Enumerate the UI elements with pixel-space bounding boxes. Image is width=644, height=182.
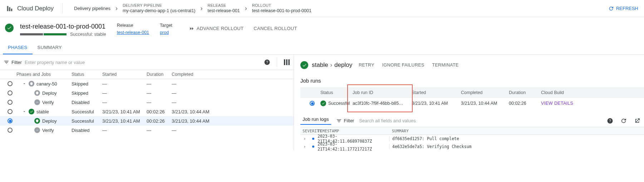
svg-rect-3 (286, 59, 287, 65)
progress-segment-success (44, 33, 67, 35)
row-status: Successful (72, 118, 102, 124)
status-success-icon (320, 100, 326, 106)
breadcrumb-root[interactable]: Delivery pipelines (69, 6, 115, 11)
expand-icon[interactable]: › (300, 136, 309, 141)
job-run-row[interactable]: Successful ac3f10fc-7f9f-46bb-b85… 3/21/… (300, 98, 644, 109)
chevron-right-icon: › (330, 62, 332, 69)
target-meta: Target prod (160, 23, 172, 35)
col-duration: Duration (147, 72, 172, 77)
job-row[interactable]: VerifyDisabled——— (0, 126, 294, 135)
logs-toolbar: Job run logs Filter ? (300, 117, 644, 125)
job-run-completed: 3/21/23, 10:44 AM (461, 101, 509, 106)
row-name: stable (36, 109, 49, 114)
breadcrumb-release[interactable]: RELEASE test-release-001 (203, 3, 245, 14)
breadcrumb-label: ROLLOUT (252, 3, 311, 8)
phases-filter-bar: Filter ? (0, 55, 294, 70)
filter-label: Filter (11, 60, 22, 65)
release-link[interactable]: test-release-001 (117, 30, 149, 35)
job-row[interactable]: DeploySuccessful3/21/23, 10:41 AM00:02:2… (0, 116, 294, 126)
row-duration: 00:02:26 (147, 118, 172, 124)
breadcrumb-pipeline[interactable]: DELIVERY PIPELINE my-canary-demo-app-1 (… (118, 3, 201, 14)
release-meta: Release test-release-001 (117, 23, 149, 35)
ignore-failures-button[interactable]: IGNORE FAILURES (382, 63, 424, 68)
cancel-rollout-button[interactable]: CANCEL ROLLOUT (254, 26, 297, 31)
phases-filter-input[interactable] (25, 60, 261, 65)
phase-row[interactable]: canary-50Skipped——— (0, 79, 294, 88)
help-icon[interactable]: ? (607, 118, 613, 124)
rollout-title: test-release-001-to-prod-0001 (20, 23, 106, 30)
job-row[interactable]: VerifyDisabled——— (0, 98, 294, 107)
col-status: Status (72, 72, 102, 77)
row-radio[interactable] (8, 128, 13, 133)
breadcrumb-value: my-canary-demo-app-1 (us-central1) (123, 8, 196, 14)
row-status: Disabled (72, 128, 102, 133)
row-completed: — (172, 90, 290, 96)
row-completed: — (172, 128, 290, 133)
job-runs-heading: Job runs (300, 78, 644, 84)
columns-icon[interactable] (284, 59, 290, 65)
job-path-title: stable › deploy (312, 62, 352, 69)
breadcrumb-label: RELEASE (208, 3, 240, 8)
row-status: Skipped (72, 90, 102, 96)
row-completed: 3/21/23, 10:44 AM (172, 118, 290, 124)
phase-name: stable (312, 62, 328, 69)
progress-label: Successful: stable (70, 32, 106, 37)
col-started: Started (412, 90, 461, 95)
expand-icon[interactable]: › (300, 144, 309, 149)
action-label: ADVANCE ROLLOUT (197, 26, 244, 31)
logs-filter-input[interactable] (359, 118, 602, 123)
row-radio-selected[interactable] (8, 118, 13, 123)
tab-phases[interactable]: PHASES (3, 41, 33, 54)
log-timestamp: 2023-03-21T14:42:11.177217217Z (318, 142, 389, 151)
view-details-link[interactable]: VIEW DETAILS (541, 101, 573, 106)
disabled-icon (34, 99, 40, 105)
target-link[interactable]: prod (160, 30, 172, 35)
row-duration: — (147, 100, 172, 105)
logs-tab[interactable]: Job run logs (300, 117, 331, 125)
phase-row[interactable]: stableSuccessful3/21/23, 10:41 AM00:02:2… (0, 107, 294, 116)
col-severity: SEVERITY (300, 129, 318, 133)
refresh-icon[interactable] (620, 118, 627, 124)
log-row[interactable]: ›2023-03-21T14:42:11.177217217Z4e632e5de… (300, 143, 644, 151)
row-status: Skipped (72, 81, 102, 87)
disabled-icon (34, 127, 40, 133)
col-timestamp: TIMESTAMP (318, 129, 389, 133)
cloud-deploy-icon (6, 5, 14, 13)
meta-label: Release (117, 23, 149, 28)
meta-label: Target (160, 23, 172, 28)
retry-button[interactable]: RETRY (359, 63, 374, 68)
row-started: — (102, 81, 147, 87)
svg-rect-4 (288, 59, 290, 65)
row-radio[interactable] (8, 100, 13, 105)
log-summary: 4e632e5de7a5: Verifying Checksum (389, 144, 644, 149)
row-radio[interactable] (8, 81, 13, 86)
advance-rollout-button[interactable]: ADVANCE ROLLOUT (189, 26, 244, 31)
status-success-icon (300, 61, 308, 69)
row-started: — (102, 90, 147, 96)
refresh-button[interactable]: REFRESH (608, 6, 638, 11)
refresh-icon (608, 6, 614, 11)
open-external-icon[interactable] (634, 118, 640, 124)
col-duration: Duration (509, 90, 541, 95)
deploy-icon (34, 90, 40, 96)
rollout-tabs: PHASES SUMMARY (0, 41, 644, 55)
tab-summary[interactable]: SUMMARY (33, 41, 67, 54)
help-icon[interactable]: ? (264, 59, 270, 65)
job-detail-pane: stable › deploy RETRY IGNORE FAILURES TE… (294, 55, 644, 151)
rollout-progress: Successful: stable (20, 32, 106, 37)
job-runs-header: Status Job run ID Started Completed Dura… (300, 87, 644, 98)
col-status: Status (320, 90, 353, 95)
severity-info-icon (312, 146, 314, 148)
row-radio[interactable] (8, 109, 13, 114)
svg-text:?: ? (609, 118, 611, 123)
row-started: 3/21/23, 10:41 AM (102, 118, 147, 124)
advance-icon (189, 26, 195, 31)
row-radio[interactable] (8, 90, 13, 95)
svg-rect-6 (36, 130, 38, 131)
top-breadcrumb-bar: Cloud Deploy Delivery pipelines › DELIVE… (0, 0, 644, 17)
job-row[interactable]: DeploySkipped——— (0, 88, 294, 98)
action-label: CANCEL ROLLOUT (254, 26, 297, 31)
row-radio-selected[interactable] (310, 101, 315, 106)
terminate-button[interactable]: TERMINATE (432, 63, 459, 68)
svg-text:?: ? (266, 60, 268, 64)
